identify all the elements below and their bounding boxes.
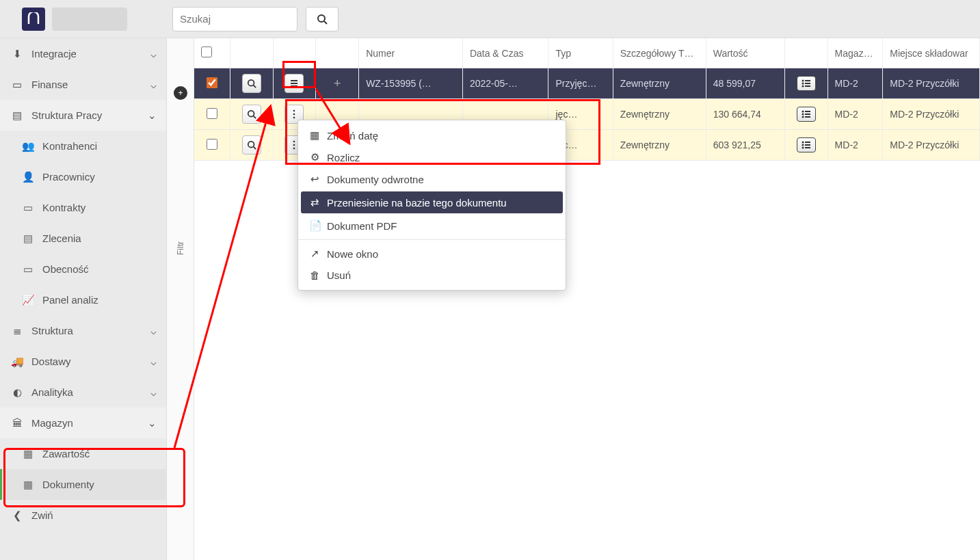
nav-kontrakty[interactable]: ▭Kontrakty [0, 192, 166, 223]
select-all-checkbox[interactable] [201, 46, 212, 57]
gears-icon: ⚙ [309, 151, 320, 163]
nav-label: Zlecenia [42, 232, 81, 244]
menu-label: Przeniesienie na bazie tego dokumentu [327, 197, 507, 209]
user-icon: 👤 [21, 171, 36, 183]
svg-line-1 [324, 21, 327, 24]
menu-dokumenty-odwrotne[interactable]: ↩Dokumenty odwrotne [298, 168, 566, 190]
nav-magazyn[interactable]: 🏛Magazyn⌄ [0, 408, 166, 438]
row-checkbox[interactable] [207, 108, 217, 119]
col-miejsce[interactable]: Miejsce składowar [883, 38, 980, 68]
nav-kontrahenci[interactable]: 👥Kontrahenci [0, 131, 166, 161]
nav-finanse[interactable]: ▭Finanse⌵ [0, 69, 166, 100]
svg-point-13 [248, 111, 254, 117]
svg-point-11 [802, 85, 804, 88]
nav-panel-analiz[interactable]: 📈Panel analiz [0, 284, 166, 315]
col-szczegolowy[interactable]: Szczegółowy T… [613, 38, 706, 68]
app-header [0, 0, 980, 38]
svg-point-18 [802, 111, 804, 113]
nav-zawartosc[interactable]: ▦Zawartość [0, 438, 166, 469]
table-row[interactable]: + WZ-153995 (… 2022-05-… Przyjęc… Zewnęt… [194, 68, 980, 99]
col-typ[interactable]: Typ [548, 38, 613, 68]
logo-area [0, 8, 167, 31]
col-numer[interactable]: Numer [359, 38, 463, 68]
menu-usun[interactable]: 🗑Usuń [298, 265, 566, 286]
nav-integracje[interactable]: ⬇Integracje⌵ [0, 38, 166, 69]
cell-szcz: Zewnętrzny [613, 99, 706, 130]
svg-point-31 [802, 144, 804, 146]
nav-label: Dostawy [31, 356, 71, 367]
building-icon: ▤ [10, 109, 25, 122]
context-menu: ▦Zmień datę ⚙Rozlicz ↩Dokumenty odwrotne… [297, 120, 566, 291]
grid-icon: ▦ [21, 448, 36, 460]
trash-icon: 🗑 [309, 269, 320, 281]
nav-struktura[interactable]: ≣Struktura⌵ [0, 315, 166, 346]
col-actions2 [273, 38, 316, 68]
main-content: Numer Data & Czas Typ Szczegółowy T… War… [194, 38, 980, 560]
menu-zmien-date[interactable]: ▦Zmień datę [298, 124, 566, 146]
chevron-up-icon: ⌄ [148, 417, 157, 429]
nav-dokumenty[interactable]: ▦Dokumenty [0, 469, 166, 500]
col-actions1 [230, 38, 273, 68]
filter-label: Filtr [176, 241, 185, 255]
nav-zwin[interactable]: ❮Zwiń [0, 500, 166, 531]
view-button[interactable] [242, 74, 261, 93]
svg-rect-10 [805, 83, 810, 84]
col-magazyn[interactable]: Magaz… [827, 38, 883, 68]
add-button[interactable]: + [334, 77, 341, 90]
view-button[interactable] [242, 135, 261, 155]
menu-nowe-okno[interactable]: ↗Nowe okno [298, 243, 566, 265]
svg-point-16 [293, 114, 295, 116]
cell-wartosc: 130 664,74 [706, 99, 784, 130]
svg-point-33 [802, 147, 804, 149]
menu-rozlicz[interactable]: ⚙Rozlicz [298, 146, 566, 168]
svg-point-17 [293, 117, 295, 119]
svg-rect-12 [805, 85, 810, 87]
svg-rect-21 [805, 114, 810, 115]
svg-point-15 [293, 110, 295, 112]
col-data[interactable]: Data & Czas [462, 38, 548, 68]
filter-add-button[interactable]: + [174, 86, 187, 100]
list-button[interactable] [797, 137, 816, 152]
svg-rect-32 [805, 144, 810, 146]
reply-icon: ↩ [309, 173, 320, 185]
menu-label: Nowe okno [327, 248, 378, 260]
cell-miejsce: MD-2 Przyczółki [883, 68, 980, 99]
cell-typ: Przyjęc… [548, 68, 613, 99]
search-input[interactable] [172, 7, 297, 31]
truck-icon: 🚚 [10, 356, 25, 368]
nav-label: Magazyn [31, 417, 73, 429]
cell-mag: MD-2 [827, 130, 883, 161]
nav-label: Integracje [31, 48, 77, 59]
warehouse-icon: 🏛 [10, 417, 25, 429]
documents-icon: ▦ [21, 479, 36, 491]
nav-dostawy[interactable]: 🚚Dostawy⌵ [0, 346, 166, 377]
presence-icon: ▭ [21, 263, 36, 276]
cell-miejsce: MD-2 Przyczółki [883, 130, 980, 161]
list-button[interactable] [797, 76, 816, 91]
svg-point-0 [318, 15, 325, 22]
search-icon [247, 79, 256, 88]
col-wartosc[interactable]: Wartość [706, 38, 784, 68]
svg-rect-30 [805, 142, 810, 143]
nav-zlecenia[interactable]: ▤Zlecenia [0, 223, 166, 254]
svg-point-22 [802, 116, 804, 118]
nav-obecnosc[interactable]: ▭Obecność [0, 254, 166, 284]
menu-dokument-pdf[interactable]: 📄Dokument PDF [298, 215, 566, 237]
row-checkbox[interactable] [207, 139, 217, 150]
nav-analityka[interactable]: ◐Analityka⌵ [0, 377, 166, 408]
cell-mag: MD-2 [827, 99, 883, 130]
view-button[interactable] [242, 105, 261, 124]
nav-struktura-pracy[interactable]: ▤Struktura Pracy⌄ [0, 100, 166, 131]
menu-button[interactable] [284, 74, 304, 93]
list-button[interactable] [797, 107, 816, 122]
menu-przeniesienie[interactable]: ⇄Przeniesienie na bazie tego dokumentu [301, 191, 563, 213]
cell-miejsce: MD-2 Przyczółki [883, 99, 980, 130]
search-area [167, 7, 344, 31]
menu-icon [289, 79, 299, 88]
svg-point-7 [802, 80, 804, 82]
row-checkbox[interactable] [207, 77, 217, 88]
nav-pracownicy[interactable]: 👤Pracownicy [0, 161, 166, 192]
search-button[interactable] [306, 7, 339, 31]
cell-wartosc: 48 599,07 [706, 68, 784, 99]
nav-label: Obecność [42, 263, 89, 275]
